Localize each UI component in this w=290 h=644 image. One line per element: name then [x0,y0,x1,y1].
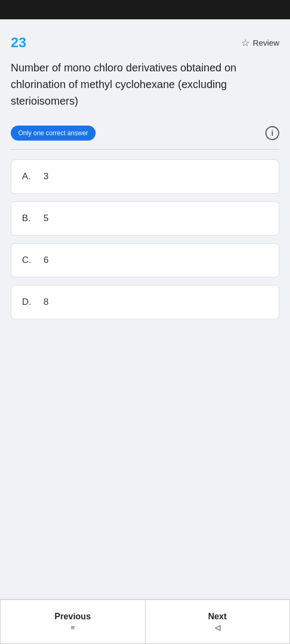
option-value-3: 8 [44,297,48,308]
question-text: Number of mono chloro derivatives obtain… [11,60,279,109]
content-area: 23 ☆ Review Number of mono chloro deriva… [0,19,290,599]
answer-type-badge: Only one correct answer [11,126,96,141]
answer-type-row: Only one correct answer i [11,126,279,141]
star-icon: ☆ [241,37,250,49]
option-label-0: A. [22,171,35,182]
option-item-2[interactable]: C.6 [11,243,279,277]
option-value-0: 3 [44,171,48,182]
option-label-3: D. [22,297,35,308]
next-label: Next [208,612,227,621]
option-item-3[interactable]: D.8 [11,285,279,319]
next-icon: ◁ [215,624,220,632]
option-label-2: C. [22,255,35,266]
review-button[interactable]: ☆ Review [241,37,279,49]
option-value-1: 5 [44,213,48,224]
info-button[interactable]: i [265,126,279,140]
previous-icon: ≡ [70,624,75,632]
spacer [11,335,279,599]
previous-label: Previous [54,612,91,621]
options-list: A.3B.5C.6D.8 [11,159,279,319]
info-symbol: i [271,129,273,137]
option-value-2: 6 [44,255,48,266]
question-number: 23 [11,34,26,51]
previous-button[interactable]: Previous ≡ [0,599,145,644]
option-label-1: B. [22,213,35,224]
question-header: 23 ☆ Review [11,19,279,60]
divider [11,149,279,150]
review-label: Review [253,38,279,47]
top-status-bar [0,0,290,19]
option-item-0[interactable]: A.3 [11,159,279,194]
next-button[interactable]: Next ◁ [145,599,291,644]
bottom-navigation: Previous ≡ Next ◁ [0,599,290,644]
option-item-1[interactable]: B.5 [11,201,279,236]
